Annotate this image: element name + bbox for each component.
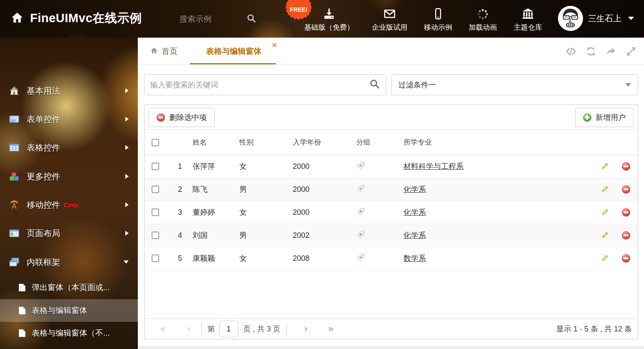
row-checkbox[interactable] [152, 255, 159, 262]
delete-icon[interactable] [614, 254, 638, 262]
page-label-suffix: 页 , 共 3 页 [243, 324, 281, 334]
nav-loading-animation[interactable]: 加载动画 [458, 7, 508, 32]
filter-select[interactable]: 过滤条件一 [391, 74, 638, 95]
delete-selected-button[interactable]: 删除选中项 [149, 108, 215, 127]
header-search-input[interactable] [180, 15, 246, 24]
sidebar-subitem-popup-window[interactable]: 弹出窗体（本页面或... [0, 276, 138, 299]
major-link[interactable]: 化学系 [403, 231, 426, 239]
delete-icon[interactable] [614, 185, 638, 194]
sidebar-subitem-grid-edit-window[interactable]: 表格与编辑窗体 [0, 299, 138, 322]
sidebar-subitem-label: 表格与编辑窗体（不... [32, 328, 110, 339]
row-checkbox[interactable] [152, 209, 159, 216]
column-header-major[interactable]: 所学专业 [393, 138, 595, 147]
edit-icon[interactable] [595, 231, 614, 240]
add-user-button[interactable]: 新增用户 [575, 108, 634, 127]
row-number: 1 [166, 162, 182, 171]
tag-icon [346, 207, 393, 218]
sidebar-item-form-controls[interactable]: 表单控件 [0, 105, 138, 133]
expand-icon[interactable] [626, 46, 636, 57]
next-page-button[interactable]: › [304, 324, 307, 334]
table-header-row: 姓名 性别 入学年份 分组 所学专业 [145, 130, 638, 155]
search-icon[interactable] [246, 13, 256, 25]
sidebar-subitem-child-to-parent[interactable]: 子窗口向父窗口传值 [0, 344, 138, 349]
iframe-windows-icon [9, 257, 19, 267]
user-menu[interactable]: 三生石上 [558, 6, 634, 31]
sidebar-item-basic-usage[interactable]: 基本用法 [0, 76, 138, 105]
brand[interactable]: FineUIMvc在线示例 [11, 10, 142, 27]
edit-icon[interactable] [595, 185, 614, 194]
delete-icon[interactable] [614, 162, 638, 171]
nav-enterprise-trial[interactable]: 企业版试用 [365, 7, 415, 32]
tab-toolbar [565, 38, 636, 65]
cell-name: 刘国 [182, 230, 229, 240]
major-link[interactable]: 化学系 [403, 185, 426, 194]
cell-gender: 女 [229, 207, 282, 217]
page-number-input[interactable] [219, 321, 238, 337]
sidebar-item-page-layout[interactable]: 页面布局 [0, 219, 138, 247]
major-link[interactable]: 材料科学与工程系 [403, 162, 464, 171]
keyword-search-box[interactable] [144, 74, 386, 95]
column-header-year[interactable]: 入学年份 [282, 138, 346, 147]
sidebar-item-label: 移动控件 [27, 199, 60, 211]
sidebar-item-more-controls[interactable]: 更多控件 [0, 162, 138, 191]
nav-mobile-demo[interactable]: 移动示例 [413, 7, 463, 32]
tab-grid-edit-window[interactable]: 表格与编辑窗体 × [190, 38, 278, 65]
major-link[interactable]: 化学系 [403, 208, 426, 217]
home-icon [150, 47, 158, 56]
filter-row: 过滤条件一 [144, 74, 638, 95]
major-link[interactable]: 数学系 [403, 254, 426, 262]
refresh-icon[interactable] [586, 46, 596, 57]
tab-home[interactable]: 首页 [150, 38, 177, 65]
table-row[interactable]: 4 刘国 男 2002 化学系 [145, 224, 638, 247]
prev-page-button[interactable]: ‹ [187, 324, 190, 334]
chevron-down-icon [124, 260, 129, 264]
sidebar-item-iframe[interactable]: 内联框架 [0, 248, 138, 276]
row-checkbox[interactable] [152, 186, 159, 193]
source-code-icon[interactable] [565, 46, 576, 57]
sidebar-item-mobile-controls[interactable]: 移动控件 Corp. [0, 191, 138, 219]
chevron-right-icon [125, 231, 129, 236]
row-number: 4 [166, 231, 182, 240]
pagination-bar: « ‹ 第 页 , 共 3 页 › » 显示 1 - 5 条 , 共 12 条 [145, 318, 638, 339]
sidebar-item-grid-controls[interactable]: 表格控件 [0, 133, 138, 162]
column-header-name[interactable]: 姓名 [182, 138, 229, 147]
nav-theme-repo[interactable]: 主题仓库 [503, 7, 553, 32]
keyword-search-input[interactable] [150, 81, 369, 89]
edit-icon[interactable] [595, 254, 614, 263]
row-number: 5 [166, 254, 182, 263]
cell-gender: 男 [229, 230, 282, 240]
row-checkbox[interactable] [152, 163, 159, 170]
edit-icon[interactable] [595, 162, 614, 171]
delete-icon[interactable] [614, 208, 638, 217]
delete-icon[interactable] [614, 231, 638, 239]
row-checkbox[interactable] [152, 232, 159, 239]
pager-divider [201, 323, 202, 335]
table-row[interactable]: 5 康颖颖 女 2008 数学系 [145, 247, 638, 270]
table-row[interactable]: 1 张萍萍 女 2000 材料科学与工程系 [145, 155, 638, 178]
sidebar-subitem-grid-edit-window-2[interactable]: 表格与编辑窗体（不... [0, 322, 138, 344]
column-header-gender[interactable]: 性别 [229, 138, 282, 147]
bottom-strip [138, 346, 644, 349]
sidebar-item-label: 内联框架 [27, 257, 60, 268]
search-icon[interactable] [369, 79, 380, 91]
table-row[interactable]: 2 陈飞 男 2000 化学系 [145, 178, 638, 201]
last-page-button[interactable]: » [328, 324, 333, 334]
edit-icon[interactable] [595, 208, 614, 217]
column-header-group[interactable]: 分组 [346, 138, 393, 147]
select-all-checkbox[interactable] [152, 139, 159, 146]
page-icon [18, 306, 26, 315]
cell-year: 2000 [282, 185, 346, 194]
sidebar-subitem-label: 表格与编辑窗体 [32, 305, 87, 316]
cell-year: 2002 [282, 231, 346, 240]
filter-select-value: 过滤条件一 [398, 80, 436, 90]
close-icon[interactable]: × [272, 41, 277, 49]
nav-basic-edition[interactable]: 基础版（免费） [304, 7, 354, 32]
grid-panel: 删除选中项 新增用户 姓名 性别 入学年份 分组 所学专业 1 [144, 104, 638, 339]
table-row[interactable]: 3 董婷婷 女 2000 化学系 [145, 201, 638, 224]
sidebar-item-label: 表格控件 [27, 142, 60, 153]
house-icon [9, 86, 19, 96]
share-icon[interactable] [606, 46, 616, 57]
avatar[interactable] [558, 6, 583, 31]
header-search[interactable] [180, 12, 267, 27]
first-page-button[interactable]: « [160, 324, 165, 334]
